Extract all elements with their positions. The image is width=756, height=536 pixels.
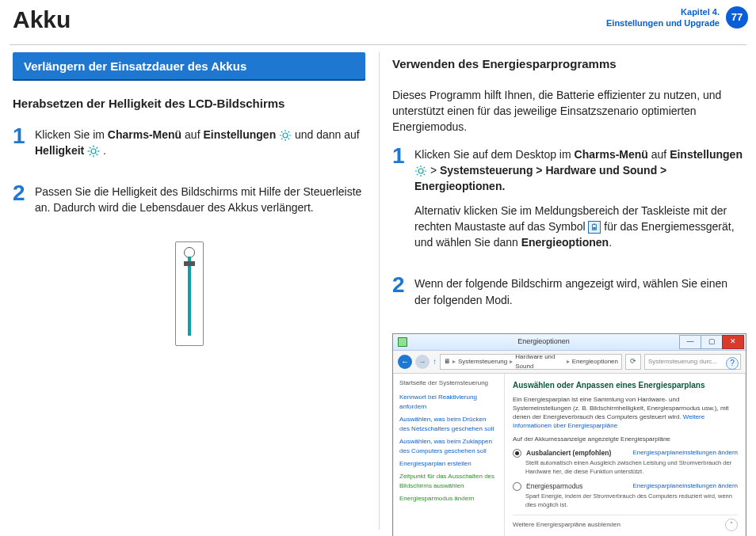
plan-settings-link[interactable]: Energiesparplaneinstellungen ändern [632, 481, 738, 491]
sidebar-link[interactable]: Kennwort bei Reaktivierung anfordern [399, 393, 498, 412]
plan-balanced: Ausbalanciert (empfohlen) Energiesparpla… [513, 448, 738, 477]
step-number: 2 [13, 182, 35, 224]
footer-text: Weitere Energiesparpläne ausblenden [513, 520, 620, 530]
intro-text: Dieses Programm hilft Ihnen, die Batteri… [392, 87, 745, 135]
sidebar-link[interactable]: Auswählen, was beim Zuklappen des Comput… [399, 437, 498, 456]
right-column: Verwenden des Energiesparprogramms Diese… [392, 52, 745, 530]
section-heading-blue: Verlängern der Einsatzdauer des Akkus [13, 52, 365, 81]
bold-charms-menu: Charms-Menü [108, 128, 181, 141]
text: Klicken Sie auf dem Desktop im [414, 148, 575, 161]
left-column: Verlängern der Einsatzdauer des Akkus He… [13, 52, 365, 530]
breadcrumb-item[interactable]: Energieoptionen [572, 357, 618, 367]
main-heading: Auswählen oder Anpassen eines Energiespa… [513, 380, 738, 392]
refresh-button[interactable]: ⟳ [625, 354, 641, 370]
collapse-icon[interactable]: ˄ [725, 519, 738, 531]
plan-label: Energiesparmodus [526, 481, 582, 491]
plan-desc: Spart Energie, indem der Stromverbrauch … [525, 492, 738, 510]
battery-meter-icon [588, 221, 601, 234]
page-title: Akku [13, 6, 71, 33]
plan-radio-selected[interactable] [513, 449, 521, 458]
breadcrumb-item[interactable]: Hardware und Sound [515, 352, 563, 371]
nav-back-button[interactable]: ← [398, 355, 412, 369]
svg-rect-29 [594, 227, 596, 230]
svg-line-8 [288, 131, 289, 132]
window-title: Energieoptionen [407, 336, 680, 347]
settings-gear-icon [414, 165, 427, 177]
column-divider [379, 52, 380, 530]
bold-charms-menu: Charms-Menü [575, 148, 648, 161]
window-minimize-button[interactable]: — [679, 335, 701, 349]
window-sidebar: Startseite der Systemsteuerung Kennwort … [393, 374, 505, 536]
nav-up-icon[interactable]: ↑ [433, 356, 437, 368]
window-icon [398, 337, 407, 347]
brightness-sun-icon [87, 145, 100, 158]
svg-line-7 [281, 138, 282, 139]
text: . [103, 144, 106, 157]
left-step-1: 1 Klicken Sie im Charms-Menü auf Einstel… [13, 127, 365, 167]
step-body: Passen Sie die Helligkeit des Bildschirm… [35, 184, 365, 224]
plan-settings-link[interactable]: Energiesparplaneinstellungen ändern [632, 448, 738, 458]
breadcrumb-item[interactable]: Systemsteuerung [458, 357, 507, 367]
left-step-2: 2 Passen Sie die Helligkeit des Bildschi… [13, 184, 365, 224]
svg-point-9 [91, 149, 96, 154]
plan-radio[interactable] [513, 482, 521, 491]
text: auf [651, 148, 670, 161]
plan-label: Ausbalanciert (empfohlen) [526, 449, 611, 457]
help-icon[interactable]: ? [726, 357, 739, 370]
window-nav-bar: ← → ↑ 🖥 ▸ Systemsteuerung ▸ Hardware und… [393, 351, 746, 374]
shown-plans-label: Auf der Akkumessanzeige angezeigte Energ… [513, 435, 738, 443]
sidebar-link[interactable]: Energiesparplan erstellen [399, 459, 498, 469]
svg-point-18 [418, 169, 423, 173]
sidebar-link[interactable]: Energiesparmodus ändern [399, 494, 498, 504]
svg-line-23 [417, 167, 418, 168]
step-body: Wenn der folgende Bildschirm angezeigt w… [414, 276, 745, 316]
text: > [430, 164, 440, 177]
bold-energieoptionen: Energieoptionen [521, 236, 609, 249]
slider-thumb [184, 261, 195, 266]
nav-forward-button[interactable]: → [415, 355, 430, 369]
svg-rect-28 [594, 224, 596, 225]
sidebar-heading: Startseite der Systemsteuerung [399, 378, 498, 388]
window-maximize-button[interactable]: ▢ [701, 335, 723, 349]
svg-line-14 [90, 147, 91, 149]
step-number: 1 [13, 125, 35, 167]
text: Passen Sie die Helligkeit des Bildschirm… [35, 184, 365, 216]
text: und dann auf [295, 128, 360, 141]
chapter-line-2: Einstellungen und Upgrade [606, 17, 720, 29]
step-body: Klicken Sie auf dem Desktop im Charms-Me… [414, 146, 745, 259]
bold-einstellungen: Einstellungen [203, 128, 276, 141]
subheading-energyprogram: Verwenden des Energiesparprogramms [392, 55, 745, 73]
svg-line-26 [424, 167, 425, 168]
window-body: Startseite der Systemsteuerung Kennwort … [393, 374, 746, 536]
bold-path: Systemsteuerung > Hardware und Sound > E… [414, 164, 666, 192]
plan-footer: Weitere Energiesparpläne ausblenden ˄ [513, 515, 738, 531]
drive-icon: 🖥 [444, 357, 450, 367]
subheading-brightness: Herabsetzen der Helligkeit des LCD-Bilds… [13, 95, 365, 112]
svg-line-6 [288, 138, 289, 139]
brightness-slider-illustration [175, 241, 204, 346]
window-close-button[interactable]: ✕ [722, 335, 744, 349]
svg-line-17 [97, 147, 98, 149]
step-number: 2 [392, 274, 414, 316]
energy-options-window: Energieoptionen — ▢ ✕ ← → ↑ 🖥 ▸ Systemst… [392, 333, 746, 536]
svg-line-25 [417, 174, 418, 175]
svg-line-5 [281, 131, 282, 132]
page-number-badge: 77 [726, 6, 748, 29]
energy-options-screenshot: Energieoptionen — ▢ ✕ ← → ↑ 🖥 ▸ Systemst… [392, 333, 745, 536]
slider-track [188, 257, 191, 336]
sidebar-link[interactable]: Zeitpunkt für das Ausschalten des Bildsc… [399, 472, 498, 491]
svg-line-24 [424, 174, 425, 175]
bold-helligkeit: Helligkeit [35, 144, 84, 157]
text: . [609, 236, 612, 249]
breadcrumb[interactable]: 🖥 ▸ Systemsteuerung ▸ Hardware und Sound… [440, 354, 622, 370]
plan-powersave: Energiesparmodus Energiesparplaneinstell… [513, 481, 738, 510]
step-body: Klicken Sie im Charms-Menü auf Einstellu… [35, 127, 365, 167]
sidebar-link[interactable]: Auswählen, was beim Drücken des Netzscha… [399, 415, 498, 434]
bold-einstellungen: Einstellungen [670, 148, 743, 161]
right-step-2: 2 Wenn der folgende Bildschirm angezeigt… [392, 276, 745, 316]
window-titlebar: Energieoptionen — ▢ ✕ [393, 334, 746, 351]
text: auf [185, 128, 203, 141]
step-number: 1 [392, 145, 414, 259]
right-step-1: 1 Klicken Sie auf dem Desktop im Charms-… [392, 146, 745, 259]
chapter-label: Kapitel 4. Einstellungen und Upgrade 77 [606, 6, 748, 29]
